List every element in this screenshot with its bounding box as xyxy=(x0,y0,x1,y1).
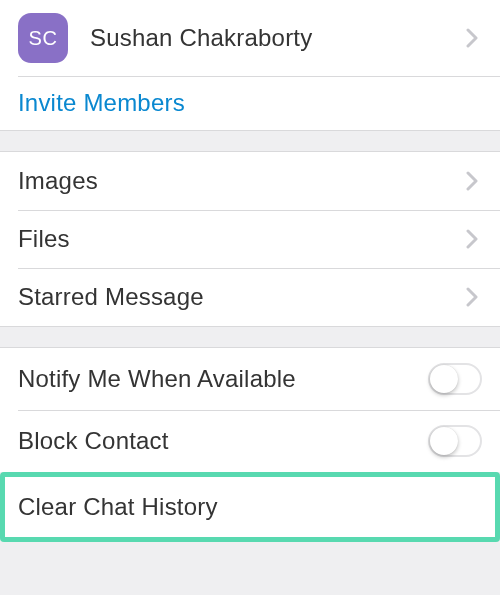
invite-members-row[interactable]: Invite Members xyxy=(0,76,500,130)
files-label: Files xyxy=(18,225,466,253)
images-label: Images xyxy=(18,167,466,195)
clear-chat-history-highlight: Clear Chat History xyxy=(0,472,500,542)
clear-chat-label: Clear Chat History xyxy=(18,493,477,521)
starred-row[interactable]: Starred Message xyxy=(0,268,500,326)
contact-row[interactable]: SC Sushan Chakraborty xyxy=(0,0,500,76)
block-row[interactable]: Block Contact xyxy=(0,410,500,472)
notify-toggle[interactable] xyxy=(428,363,482,395)
section-gap xyxy=(0,326,500,348)
files-row[interactable]: Files xyxy=(0,210,500,268)
starred-label: Starred Message xyxy=(18,283,466,311)
block-toggle[interactable] xyxy=(428,425,482,457)
contact-name: Sushan Chakraborty xyxy=(90,24,466,52)
block-label: Block Contact xyxy=(18,427,428,455)
toggle-knob xyxy=(430,365,458,393)
chevron-right-icon xyxy=(466,229,478,249)
section-gap xyxy=(0,130,500,152)
avatar: SC xyxy=(18,13,68,63)
invite-members-label: Invite Members xyxy=(18,89,482,117)
chevron-right-icon xyxy=(466,28,478,48)
chevron-right-icon xyxy=(466,287,478,307)
notify-row[interactable]: Notify Me When Available xyxy=(0,348,500,410)
chevron-right-icon xyxy=(466,171,478,191)
clear-chat-row[interactable]: Clear Chat History xyxy=(5,477,495,537)
toggle-knob xyxy=(430,427,458,455)
images-row[interactable]: Images xyxy=(0,152,500,210)
notify-label: Notify Me When Available xyxy=(18,365,428,393)
